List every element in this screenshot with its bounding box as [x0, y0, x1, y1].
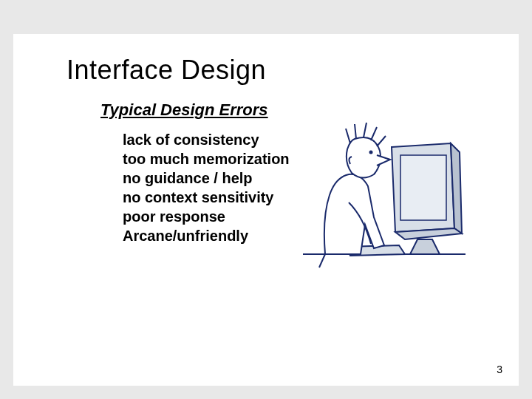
error-list: lack of consistency too much memorizatio…	[123, 130, 290, 245]
person-at-computer-icon	[303, 106, 466, 276]
page-number: 3	[497, 364, 502, 375]
list-item: no guidance / help	[123, 168, 290, 188]
svg-line-3	[319, 254, 325, 267]
list-item: no context sensitivity	[123, 188, 290, 207]
slide-subtitle: Typical Design Errors	[100, 100, 268, 120]
list-item: too much memorization	[123, 149, 290, 168]
slide: Interface Design Typical Design Errors l…	[13, 34, 519, 386]
list-item: poor response	[123, 207, 290, 226]
svg-rect-1	[400, 155, 446, 220]
list-item: lack of consistency	[123, 130, 290, 149]
list-item: Arcane/unfriendly	[123, 226, 290, 245]
svg-point-2	[369, 151, 373, 154]
slide-title: Interface Design	[66, 55, 266, 86]
